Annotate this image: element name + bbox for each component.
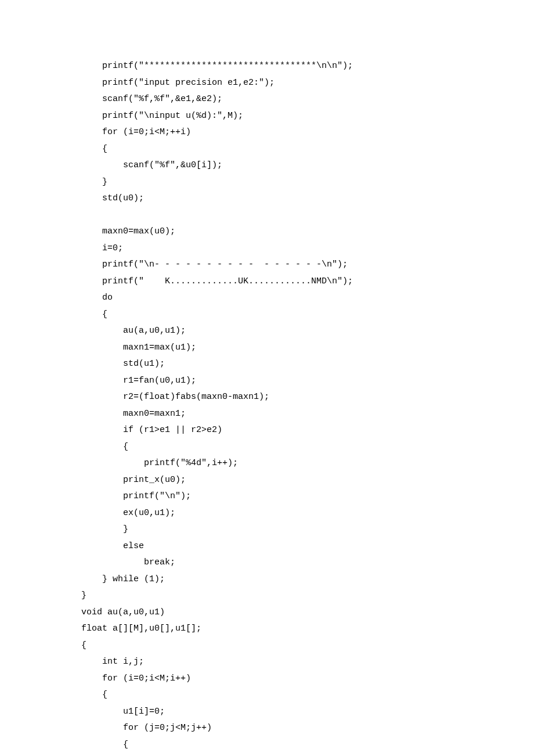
code-block: printf("********************************… (81, 58, 534, 756)
code-document: printf("********************************… (0, 0, 534, 756)
